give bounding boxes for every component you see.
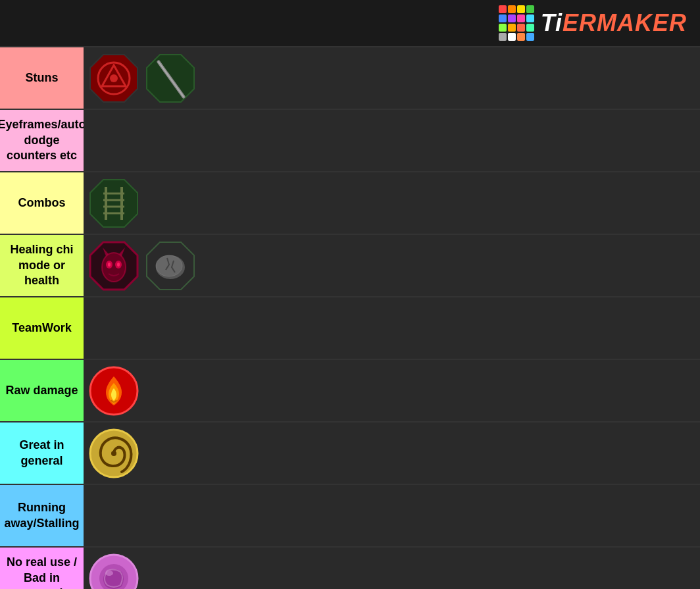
logo-cell — [526, 33, 534, 41]
tier-label-rawdmg: Raw damage — [0, 360, 84, 421]
logo-ti: Ti — [541, 9, 562, 36]
tier-content-rawdmg — [84, 360, 700, 421]
tier-content-running — [84, 485, 700, 546]
svg-marker-7 — [90, 180, 138, 227]
tier-content-eyeframes — [84, 110, 700, 171]
tier-label-running: Running away/Stalling — [0, 485, 84, 546]
logo-cell — [517, 33, 525, 41]
ladder-svg — [88, 177, 140, 230]
svg-point-20 — [108, 263, 111, 267]
tier-label-text-teamwork: TeamWork — [12, 320, 71, 336]
header: TiERMAKER — [0, 0, 700, 46]
tier-label-great: Great in general — [0, 423, 84, 484]
stun-symbol-svg — [88, 52, 140, 105]
logo-cell — [517, 14, 525, 22]
item-fire-icon[interactable] — [88, 365, 140, 417]
spiral-svg — [88, 427, 140, 480]
logo-cell — [508, 33, 516, 41]
tier-label-healing: Healing chi mode or health — [0, 235, 84, 296]
logo-cell — [499, 33, 507, 41]
svg-point-21 — [117, 263, 120, 267]
tier-content-noreal — [84, 548, 700, 589]
logo-er: ERMAKER — [562, 9, 687, 36]
svg-point-3 — [110, 74, 118, 82]
item-ladder-icon[interactable] — [88, 177, 140, 230]
tier-row-combos: Combos — [0, 171, 700, 234]
logo-cell — [526, 14, 534, 22]
item-purple-orb[interactable] — [88, 552, 140, 590]
logo-cell — [499, 5, 507, 13]
tier-label-noreal: No real use / Bad in general — [0, 548, 84, 589]
stone-svg — [144, 240, 197, 292]
purple-orb-svg — [88, 552, 140, 590]
tier-label-text-combos: Combos — [18, 195, 66, 211]
tier-label-text-healing: Healing chi mode or health — [5, 242, 78, 288]
tier-content-combos — [84, 172, 700, 234]
tier-label-text-running: Running away/Stalling — [4, 500, 79, 531]
logo-cell — [517, 5, 525, 13]
tier-label-text-rawdmg: Raw damage — [5, 383, 78, 398]
logo-text: TiERMAKER — [541, 9, 687, 37]
tier-label-text-noreal: No real use / Bad in general — [5, 555, 78, 589]
tier-content-stuns — [84, 47, 700, 109]
logo-grid — [499, 5, 534, 41]
tier-label-stuns: Stuns — [0, 47, 84, 109]
tier-label-eyeframes: Eyeframes/auto dodge counters etc — [0, 110, 84, 171]
logo: TiERMAKER — [499, 5, 687, 41]
tier-row-great: Great in general — [0, 421, 700, 484]
item-stick-weapon[interactable] — [144, 52, 197, 105]
tier-content-teamwork — [84, 297, 700, 359]
tiermaker-container: TiERMAKER Stuns — [0, 0, 700, 589]
logo-cell — [517, 24, 525, 32]
tier-row-teamwork: TeamWork — [0, 296, 700, 359]
tier-row-rawdmg: Raw damage — [0, 359, 700, 421]
stick-weapon-svg — [144, 52, 197, 105]
svg-point-35 — [105, 571, 113, 576]
tier-row-stuns: Stuns — [0, 46, 700, 109]
tier-label-teamwork: TeamWork — [0, 297, 84, 359]
tier-row-noreal: No real use / Bad in general — [0, 546, 700, 589]
item-stun-symbol[interactable] — [88, 52, 140, 105]
tier-label-text-eyeframes: Eyeframes/auto dodge counters etc — [0, 117, 86, 163]
tier-row-eyeframes: Eyeframes/auto dodge counters etc — [0, 109, 700, 171]
tier-label-text-stuns: Stuns — [25, 70, 58, 86]
tier-label-combos: Combos — [0, 172, 84, 234]
demon-mask-svg — [88, 240, 140, 292]
logo-cell — [526, 24, 534, 32]
svg-point-31 — [111, 451, 116, 456]
tier-content-healing — [84, 235, 700, 296]
fire-svg — [88, 365, 140, 417]
item-demon-mask[interactable] — [88, 240, 140, 292]
logo-cell — [508, 24, 516, 32]
logo-cell — [526, 5, 534, 13]
item-stone-icon[interactable] — [144, 240, 197, 292]
logo-cell — [508, 5, 516, 13]
logo-cell — [499, 24, 507, 32]
tier-content-great — [84, 423, 700, 484]
tier-row-running: Running away/Stalling — [0, 484, 700, 546]
logo-cell — [508, 14, 516, 22]
logo-cell — [499, 14, 507, 22]
item-spiral-icon[interactable] — [88, 427, 140, 480]
tier-row-healing: Healing chi mode or health — [0, 234, 700, 296]
tier-label-text-great: Great in general — [5, 438, 78, 469]
